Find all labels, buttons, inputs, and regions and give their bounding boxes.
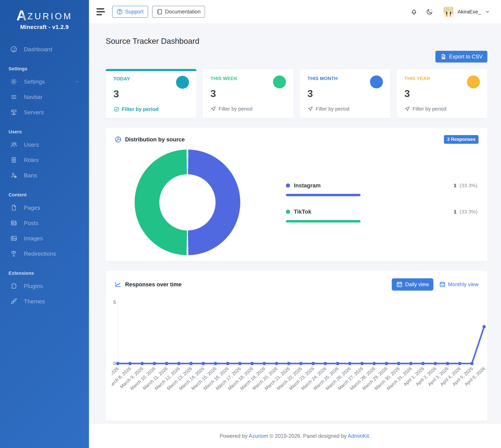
sidebar-item-label: Redirections (24, 250, 56, 257)
stat-card-this-month: THIS MONTH3Filter by period (300, 69, 390, 118)
file-spreadsheet-icon (440, 53, 447, 60)
gear-icon (10, 78, 17, 85)
sidebar-item-plugins[interactable]: Plugins (0, 278, 89, 294)
journal-icon (157, 9, 163, 15)
sidebar-item-posts[interactable]: Posts (0, 215, 89, 231)
daily-view-label: Daily view (405, 281, 429, 288)
filter-by-period-link[interactable]: Filter by period (404, 106, 480, 112)
sidebar: AZURIOM Minecraft - v1.2.9 DashboardSett… (0, 0, 89, 448)
notifications-bell-icon[interactable] (410, 8, 418, 16)
id-card-icon (10, 156, 17, 163)
sidebar-item-redirections[interactable]: Redirections (0, 246, 89, 261)
stat-card-today: TODAY3Filter by period (106, 69, 196, 118)
legend-value: 1 (33.3%) (454, 209, 477, 215)
brand-subtitle: Minecraft - v1.2.9 (2, 24, 87, 30)
legend-bar (286, 220, 361, 223)
monthly-view-button[interactable]: Aug Monthly view (439, 281, 479, 288)
topbar: Support Documentation AkiraExe_ (89, 0, 501, 24)
filter-by-period-label: Filter by period (413, 106, 446, 112)
support-label: Support (125, 9, 144, 15)
stat-card-this-week: THIS WEEK3Filter by period (203, 69, 293, 118)
export-to-csv-button[interactable]: Export to CSV (436, 51, 487, 63)
sidebar-item-dashboard[interactable]: Dashboard (0, 42, 89, 57)
sidebar-section-label: Extensions (9, 271, 89, 276)
brush-icon (10, 298, 17, 305)
svg-text:Aug: Aug (440, 284, 444, 286)
filter-by-period-label: Filter by period (219, 106, 252, 112)
sidebar-item-roles[interactable]: Roles (0, 152, 89, 168)
azuriom-logo-a: A (16, 10, 27, 21)
username: AkiraExe_ (457, 9, 481, 15)
footer-text: © 2019-2026. Panel designed by (268, 433, 348, 439)
user-menu[interactable]: AkiraExe_ (441, 7, 490, 17)
stat-card-value: 3 (307, 88, 383, 99)
sidebar-item-users[interactable]: Users (0, 137, 89, 152)
stat-card-this-year: THIS YEAR3Filter by period (397, 69, 487, 118)
responses-title: Responses over time (125, 281, 182, 288)
image-icon (10, 235, 17, 242)
sidebar-item-bans[interactable]: Bans (0, 168, 89, 183)
question-circle-icon (116, 9, 123, 15)
sidebar-item-pages[interactable]: Pages (0, 200, 89, 215)
responses-count-badge: 3 Responses (444, 135, 479, 144)
azuriom-logo-text: ZURIOM (27, 11, 73, 21)
sidebar-item-label: Settings (24, 78, 45, 85)
sidebar-item-label: Navbar (24, 94, 43, 100)
filter-by-period-link[interactable]: Filter by period (307, 106, 383, 112)
sidebar-item-label: Servers (24, 109, 44, 116)
sidebar-section-label: Content (9, 192, 89, 198)
sidebar-item-label: Users (24, 141, 39, 148)
users-icon (10, 141, 17, 148)
filter-by-period-label: Filter by period (122, 106, 159, 112)
dark-mode-moon-icon[interactable] (426, 8, 433, 16)
filter-by-period-label: Filter by period (316, 106, 349, 112)
server-icon (10, 109, 17, 116)
stat-card-value: 3 (210, 88, 286, 99)
pie-chart-icon (114, 136, 122, 143)
adminkit-link[interactable]: AdminKit (348, 433, 369, 439)
sidebar-item-settings[interactable]: Settings (0, 74, 89, 89)
sidebar-item-label: Bans (24, 172, 37, 179)
responses-panel: Responses over time Fri Daily view Aug M… (106, 271, 487, 421)
export-to-csv-label: Export to CSV (449, 54, 483, 60)
stat-card-circle (273, 76, 286, 88)
stat-cards-row: TODAY3Filter by periodTHIS WEEK3Filter b… (106, 69, 487, 118)
sidebar-item-label: Images (24, 235, 43, 242)
daily-view-button[interactable]: Fri Daily view (392, 278, 433, 291)
calendar-month-icon: Aug (439, 281, 446, 288)
sidebar-toggle-button[interactable] (97, 8, 105, 15)
donut-legend: Instagram1 (33.3%)TikTok1 (33.3%) (286, 182, 477, 223)
sidebar-item-servers[interactable]: Servers (0, 105, 89, 120)
legend-name: Instagram (294, 182, 321, 189)
calendar-day-icon: Fri (396, 281, 403, 288)
puzzle-icon (10, 282, 17, 289)
svg-text:Fri: Fri (398, 284, 401, 286)
documentation-button[interactable]: Documentation (152, 6, 205, 18)
sidebar-nav: DashboardSettingsSettingsNavbarServersUs… (0, 42, 89, 309)
brand[interactable]: AZURIOM Minecraft - v1.2.9 (0, 0, 89, 34)
svg-text:0: 0 (113, 361, 116, 366)
sidebar-item-label: Roles (24, 157, 39, 163)
sidebar-section-label: Settings (9, 66, 89, 72)
footer-text: Powered by (220, 433, 249, 439)
azuriom-link[interactable]: Azuriom (249, 433, 268, 439)
sidebar-item-images[interactable]: Images (0, 231, 89, 246)
navigation-icon (307, 106, 313, 112)
filter-by-period-link[interactable]: Filter by period (113, 106, 189, 112)
sidebar-item-label: Plugins (24, 283, 43, 289)
legend-row-tiktok: TikTok1 (33.3%) (286, 208, 477, 223)
stat-card-circle (176, 76, 189, 89)
filter-by-period-link[interactable]: Filter by period (210, 106, 286, 112)
documentation-label: Documentation (165, 9, 201, 15)
avatar (444, 7, 453, 17)
stat-card-circle (467, 76, 480, 88)
distribution-title: Distribution by source (125, 136, 185, 143)
newspaper-icon (10, 219, 17, 226)
azuriom-logo: AZURIOM (2, 10, 87, 21)
navigation-icon (404, 106, 410, 112)
sidebar-item-navbar[interactable]: Navbar (0, 89, 89, 105)
svg-text:5: 5 (113, 300, 116, 305)
support-button[interactable]: Support (112, 6, 148, 18)
donut-chart (135, 150, 240, 255)
sidebar-item-themes[interactable]: Themes (0, 294, 89, 309)
